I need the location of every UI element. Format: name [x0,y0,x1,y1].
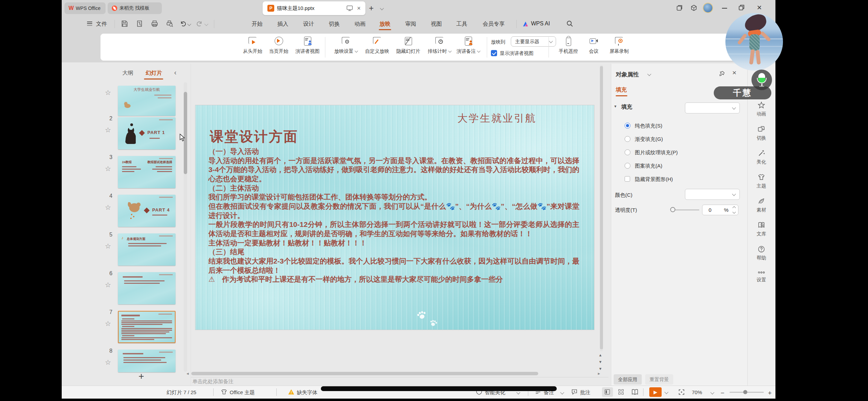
menu-animations[interactable]: 动画 [354,21,365,28]
slide-star-icon[interactable]: ☆ [105,281,111,289]
slide-thumbnail-1[interactable]: 大学生就业引航 [118,86,176,116]
screen-record-button[interactable]: 屏幕录制 [603,36,636,54]
redo-icon[interactable] [196,20,203,27]
transparency-slider-handle[interactable] [670,207,675,212]
sidebar-scrollbar-thumb[interactable] [184,92,187,174]
menu-design[interactable]: 设计 [303,21,314,28]
search-icon[interactable] [566,20,573,27]
transparency-slider-track[interactable] [673,209,699,210]
hide-background-label[interactable]: 隐藏背景图形(H) [635,176,673,183]
slide-body-text[interactable]: （一）导入活动 导入活动的用处有两个，一方面是活跃课堂气氛，另一方面是导入课堂。… [208,147,579,284]
hide-slide-button[interactable]: 隐藏幻灯片 [392,36,425,54]
canvas-vscrollbar-thumb[interactable] [600,66,603,349]
new-tab-button[interactable]: + [369,3,374,13]
present-on-display-icon[interactable] [347,5,353,11]
slide-thumbnail-2[interactable]: PART 1 [118,117,176,149]
color-dropdown[interactable] [685,189,740,200]
collapse-sidebar-icon[interactable]: ‹ [174,69,177,76]
slide-thumbnail-3[interactable]: 24教招 教招面试老师选择 [118,156,176,188]
theme-name[interactable]: Office 主题 [230,389,255,396]
toolbar-item-animation[interactable]: 动画 [748,101,775,117]
reset-background-button[interactable]: 重置背景 [645,374,673,385]
transparency-value[interactable]: 0 [709,207,711,213]
menu-home[interactable]: 开始 [252,21,263,28]
fill-style-dropdown[interactable] [685,102,740,113]
comments-label[interactable]: 批注 [580,389,590,396]
radio-label-pattern-fill[interactable]: 图案填充(A) [635,163,662,169]
transparency-spinbox[interactable]: 0 % [702,205,738,215]
menu-tools[interactable]: 工具 [456,21,467,28]
radio-label-solid-fill[interactable]: 纯色填充(S) [635,123,662,129]
toolbar-item-settings[interactable]: 设置 [748,270,775,283]
close-panel-icon[interactable]: × [732,69,736,77]
toolbar-item-theme[interactable]: 主题 [748,173,775,189]
next-slide-jump-button[interactable]: ▾ [599,366,602,371]
sidebar-tab-slides[interactable]: 幻灯片 [146,70,162,77]
print-preview-icon[interactable] [166,20,173,27]
slide-star-icon[interactable]: ☆ [105,88,111,97]
notes-placeholder[interactable]: 单击此处添加备注 [192,378,233,385]
toolbar-item-beautify[interactable]: 美化 [748,149,775,165]
close-window-button[interactable]: × [757,3,762,12]
missing-fonts-label[interactable]: 缺失字体 [297,389,317,396]
close-tab-icon[interactable]: × [357,5,361,12]
zoom-out-button[interactable]: − [721,389,724,397]
slide-thumbnail-4[interactable]: PART 4 [118,195,176,227]
custom-slideshow-button[interactable]: 自定义放映 [361,36,394,54]
speaker-notes-button[interactable]: 演讲备注 [452,36,485,54]
radio-gradient-fill[interactable] [625,136,630,142]
menu-file[interactable]: 文件 [96,21,107,28]
toolbar-item-assets[interactable]: 素材 [748,197,775,213]
start-from-current-button[interactable]: 当页开始 [262,36,295,54]
hscroll-right-arrow-icon[interactable]: ▸ [598,371,600,376]
slide-star-icon[interactable]: ☆ [105,203,111,211]
zoom-in-button[interactable]: + [768,389,772,397]
menu-wps-ai[interactable]: WPS AI [531,21,550,27]
radio-solid-fill[interactable] [625,123,630,129]
slideshow-settings-button[interactable]: 放映设置 [329,36,362,54]
slide-thumbnail-8[interactable] [118,350,176,372]
tab-presentation-file[interactable]: P 猫咪主题10.pptx × [263,1,365,15]
minimize-button[interactable] [722,8,727,9]
slide-star-icon[interactable]: ☆ [105,358,111,366]
slide-thumbnail-6[interactable] [118,272,176,304]
slide-star-icon[interactable]: ☆ [105,126,111,134]
sidebar-tab-outline[interactable]: 大纲 [122,70,133,77]
slide-star-icon[interactable]: ☆ [105,242,111,250]
slide-thumbnail-5[interactable]: ♪ 总体规划方面 [118,233,176,266]
menu-transitions[interactable]: 切换 [329,21,340,28]
toolbar-item-library[interactable]: 文库 [748,221,775,237]
slide-star-icon[interactable]: ☆ [105,319,111,328]
previous-slide-button[interactable]: ▴ [599,352,602,357]
presenter-view-checkbox-label[interactable]: 显示演讲者视图 [500,50,533,57]
toolbar-item-help[interactable]: 帮助 [748,245,775,261]
radio-picture-texture-fill[interactable] [625,149,630,155]
zoom-slider-handle[interactable] [743,390,747,394]
slide-thumbnail-7-active[interactable] [118,311,176,343]
hide-background-checkbox[interactable] [625,176,630,182]
slide-canvas[interactable]: 大学生就业引航 课堂设计方面 （一）导入活动 导入活动的用处有两个，一方面是活跃… [195,105,594,330]
radio-label-picture-texture-fill[interactable]: 图片或纹理填充(P) [635,149,678,156]
rehearse-timing-button[interactable]: 排练计时 [423,36,456,54]
hamburger-menu-icon[interactable] [87,22,92,26]
pin-panel-icon[interactable] [719,71,725,77]
spin-down-icon[interactable] [733,210,736,214]
panel-tab-fill[interactable]: 填充 [616,86,627,94]
tab-docer-templates[interactable]: 来稻壳 找模板 [108,2,162,14]
zoom-level[interactable]: 70% [692,389,702,395]
radio-pattern-fill[interactable] [625,163,630,169]
radio-label-gradient-fill[interactable]: 渐变填充(G) [635,136,663,143]
slide-star-icon[interactable]: ☆ [105,165,111,173]
next-slide-button[interactable]: ▾ [599,359,602,364]
account-avatar[interactable] [703,3,712,12]
slide-sorter-view-button[interactable] [616,387,627,397]
display-select[interactable]: 主要显示器 [511,36,556,47]
fill-section-caret-icon[interactable]: ▾ [614,104,616,109]
menu-membership[interactable]: 会员专享 [483,21,505,28]
apply-all-button[interactable]: 全部应用 [614,374,642,385]
add-slide-button[interactable]: + [138,371,144,382]
reading-view-button[interactable] [629,387,640,397]
spin-up-icon[interactable] [733,206,736,210]
participant-video-bubble[interactable] [725,13,783,71]
restore-window-button[interactable] [738,4,745,11]
